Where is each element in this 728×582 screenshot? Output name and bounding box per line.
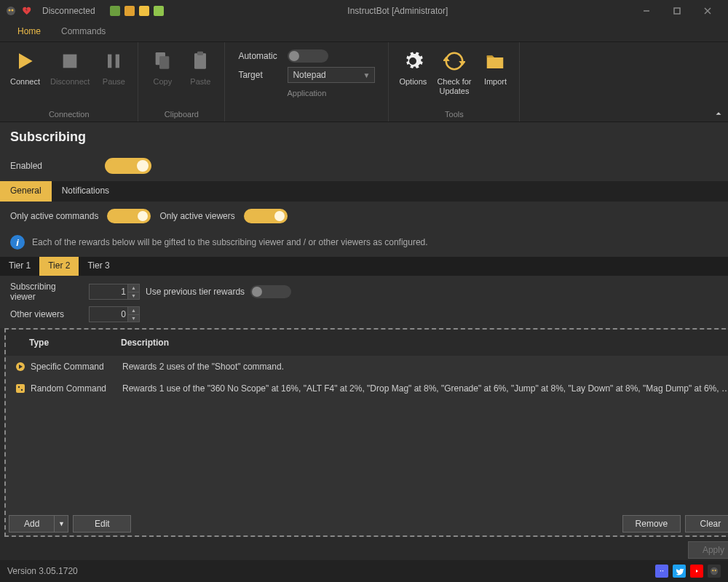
tab-tier-3[interactable]: Tier 3 bbox=[79, 257, 118, 276]
maximize-button[interactable] bbox=[662, 1, 692, 21]
connect-button[interactable]: Connect bbox=[6, 45, 44, 89]
use-previous-toggle[interactable] bbox=[250, 285, 291, 298]
close-button[interactable] bbox=[693, 1, 722, 21]
label: Add bbox=[9, 516, 55, 532]
connection-status: Disconnected bbox=[42, 6, 95, 16]
table-body: Specific Command Rewards 2 uses of the "… bbox=[6, 356, 728, 512]
label: Copy bbox=[154, 77, 173, 87]
row-desc: Rewards 2 uses of the "Shoot" command. bbox=[122, 362, 728, 372]
pause-icon bbox=[100, 48, 127, 74]
menu-home[interactable]: Home bbox=[7, 22, 51, 41]
svg-point-0 bbox=[7, 7, 15, 15]
menubar: Home Commands bbox=[0, 22, 728, 42]
bot-footer-icon[interactable] bbox=[708, 565, 721, 578]
col-type[interactable]: Type bbox=[29, 338, 121, 348]
svg-rect-12 bbox=[194, 53, 206, 68]
label: Disconnect bbox=[50, 77, 90, 87]
svg-point-1 bbox=[9, 9, 11, 12]
paste-icon bbox=[187, 48, 213, 74]
tab-tier-2[interactable]: Tier 2 bbox=[39, 257, 79, 276]
discord-icon[interactable] bbox=[655, 565, 668, 578]
spin-down[interactable]: ▼ bbox=[127, 315, 139, 322]
gear-icon bbox=[400, 48, 426, 74]
titlebar: Disconnected InstructBot [Administrator] bbox=[0, 0, 728, 22]
svg-point-45 bbox=[715, 570, 716, 571]
status-badge-4 bbox=[154, 6, 164, 16]
folder-icon bbox=[482, 48, 508, 74]
svg-rect-8 bbox=[108, 55, 111, 68]
play-icon bbox=[12, 48, 38, 74]
svg-rect-7 bbox=[63, 55, 77, 68]
svg-point-43 bbox=[711, 567, 718, 575]
svg-rect-13 bbox=[197, 52, 203, 55]
add-button[interactable]: Add ▼ bbox=[9, 515, 68, 533]
spin-up[interactable]: ▲ bbox=[127, 307, 139, 315]
specific-command-icon bbox=[15, 361, 26, 372]
only-active-commands-label: Only active commands bbox=[10, 211, 98, 221]
panel-footer: Add ▼ Edit Remove Clear bbox=[6, 512, 728, 535]
svg-rect-40 bbox=[16, 384, 25, 393]
label: Options bbox=[399, 77, 427, 87]
info-icon: i bbox=[10, 235, 25, 250]
app-icon bbox=[6, 6, 16, 16]
spin-down[interactable]: ▼ bbox=[127, 292, 139, 300]
value: 0 bbox=[121, 309, 126, 319]
twitter-icon[interactable] bbox=[673, 565, 686, 578]
label: Pause bbox=[103, 77, 125, 87]
info-text: Each of the rewards below will be gifted… bbox=[32, 237, 428, 247]
statusbar: Version 3.05.1720 bbox=[0, 560, 728, 582]
table-row[interactable]: Random Command Rewards 1 use of the "360… bbox=[6, 378, 728, 399]
svg-point-41 bbox=[18, 386, 20, 388]
group-application: Application bbox=[231, 87, 382, 99]
copy-button: Copy bbox=[144, 45, 181, 89]
collapse-ribbon[interactable] bbox=[713, 108, 724, 119]
status-badge-1 bbox=[110, 6, 120, 16]
svg-point-44 bbox=[712, 570, 713, 571]
enabled-label: Enabled bbox=[10, 161, 76, 171]
stop-icon bbox=[57, 48, 83, 74]
only-active-commands-toggle[interactable] bbox=[107, 209, 151, 223]
only-active-viewers-label: Only active viewers bbox=[159, 211, 234, 221]
clear-button[interactable]: Clear bbox=[685, 515, 728, 533]
chevron-down-icon: ▼ bbox=[363, 71, 371, 79]
svg-point-42 bbox=[21, 389, 23, 391]
row-type: Specific Command bbox=[31, 362, 122, 372]
youtube-icon[interactable] bbox=[690, 565, 703, 578]
target-value: Notepad bbox=[293, 70, 325, 80]
paste-button: Paste bbox=[182, 45, 218, 89]
table-row[interactable]: Specific Command Rewards 2 uses of the "… bbox=[6, 356, 728, 378]
col-desc[interactable]: Description bbox=[121, 338, 728, 348]
rewards-panel: Type Description Specific Command Reward… bbox=[4, 328, 728, 537]
menu-commands[interactable]: Commands bbox=[51, 22, 116, 41]
options-button[interactable]: Options bbox=[395, 45, 431, 89]
tab-notifications[interactable]: Notifications bbox=[52, 181, 119, 202]
label: Import bbox=[484, 77, 507, 87]
group-clipboard: Clipboard bbox=[144, 108, 218, 120]
import-button[interactable]: Import bbox=[477, 45, 513, 89]
status-badge-2 bbox=[124, 6, 135, 16]
subscribing-viewer-input[interactable]: 1 ▲▼ bbox=[89, 284, 140, 300]
add-dropdown[interactable]: ▼ bbox=[55, 516, 68, 532]
other-viewers-input[interactable]: 0 ▲▼ bbox=[89, 306, 140, 322]
svg-point-2 bbox=[12, 9, 14, 12]
automatic-toggle[interactable] bbox=[288, 49, 328, 63]
spin-up[interactable]: ▲ bbox=[127, 284, 139, 292]
label: Paste bbox=[190, 77, 210, 87]
use-previous-label: Use previous tier rewards bbox=[146, 287, 245, 297]
only-active-viewers-toggle[interactable] bbox=[244, 209, 288, 223]
check-updates-button[interactable]: Check for Updates bbox=[432, 45, 475, 99]
label: Connect bbox=[10, 77, 40, 87]
refresh-icon bbox=[441, 48, 467, 74]
main-tabs: General Notifications bbox=[0, 181, 728, 202]
tab-general[interactable]: General bbox=[0, 181, 52, 202]
svg-rect-4 bbox=[674, 8, 680, 14]
enabled-toggle[interactable] bbox=[105, 158, 151, 174]
group-tools: Tools bbox=[395, 108, 513, 120]
tab-tier-1[interactable]: Tier 1 bbox=[0, 257, 39, 276]
group-connection: Connection bbox=[6, 108, 132, 120]
minimize-button[interactable] bbox=[632, 1, 661, 21]
random-command-icon bbox=[15, 383, 26, 394]
edit-button[interactable]: Edit bbox=[73, 515, 131, 533]
target-select[interactable]: Notepad ▼ bbox=[288, 67, 375, 83]
remove-button[interactable]: Remove bbox=[622, 515, 681, 533]
